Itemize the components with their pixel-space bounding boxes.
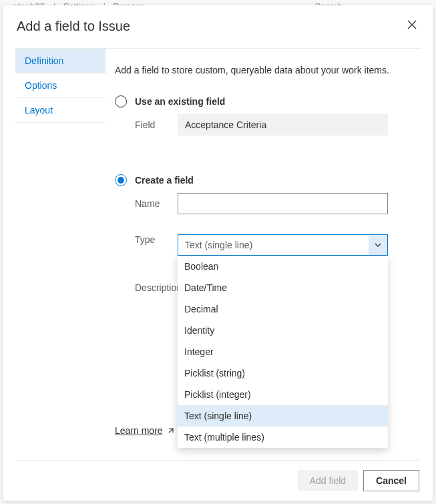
type-option-datetime[interactable]: Date/Time [178, 277, 388, 298]
dialog-sidebar: Definition Options Layout [15, 49, 105, 460]
radio-dot-icon [118, 177, 124, 184]
type-option-integer[interactable]: Integer [178, 341, 388, 362]
type-selected-value: Text (single line) [185, 240, 252, 250]
description-label: Description [115, 281, 178, 293]
sidebar-item-definition[interactable]: Definition [15, 49, 105, 73]
dialog-footer: Add field Cancel [3, 461, 433, 501]
type-dropdown: Boolean Date/Time Decimal Identity Integ… [178, 256, 388, 448]
type-option-boolean[interactable]: Boolean [178, 256, 388, 277]
type-label: Type [115, 234, 178, 245]
type-option-identity[interactable]: Identity [178, 320, 388, 341]
type-option-text-single[interactable]: Text (single line) [178, 405, 388, 427]
type-option-decimal[interactable]: Decimal [178, 298, 388, 320]
add-field-dialog: Add a field to Issue Definition Options … [3, 5, 433, 501]
close-icon [407, 20, 417, 29]
external-link-icon [167, 427, 175, 435]
sidebar-item-options[interactable]: Options [15, 73, 105, 98]
radio-use-existing[interactable] [115, 95, 127, 107]
type-option-text-multi[interactable]: Text (multiple lines) [178, 427, 388, 448]
create-field-group: Create a field Name Type Text (single li… [115, 174, 421, 416]
radio-create-field[interactable] [115, 174, 127, 186]
radio-use-existing-label: Use an existing field [135, 96, 225, 107]
type-combobox[interactable]: Text (single line) [178, 234, 388, 256]
radio-create-field-label: Create a field [135, 175, 194, 186]
existing-field-group: Use an existing field Field Acceptance C… [115, 95, 421, 144]
chevron-down-icon [374, 241, 382, 249]
cancel-button[interactable]: Cancel [363, 470, 419, 491]
existing-field-value: Acceptance Criteria [178, 114, 388, 136]
name-input[interactable] [178, 193, 388, 214]
combo-caret-button[interactable] [369, 235, 387, 255]
sidebar-item-layout[interactable]: Layout [15, 98, 105, 123]
name-label: Name [115, 198, 178, 209]
close-button[interactable] [405, 17, 419, 35]
add-field-button[interactable]: Add field [298, 470, 358, 491]
field-label-existing: Field [115, 119, 178, 130]
dialog-content: Add a field to store custom, queryable d… [105, 49, 421, 460]
intro-text: Add a field to store custom, queryable d… [115, 65, 421, 75]
dialog-title: Add a field to Issue [17, 19, 130, 34]
type-option-picklist-string[interactable]: Picklist (string) [178, 362, 388, 384]
type-option-picklist-integer[interactable]: Picklist (integer) [178, 384, 388, 405]
